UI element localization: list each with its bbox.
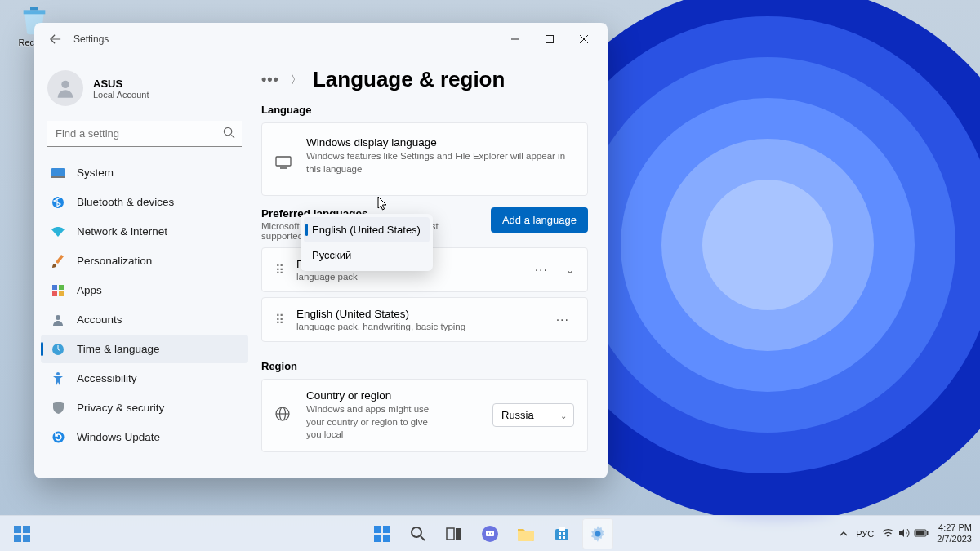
- volume-tray-icon[interactable]: [898, 528, 910, 540]
- language-sub: language pack: [296, 272, 517, 282]
- display-language-title: Windows display language: [306, 136, 574, 149]
- breadcrumb-overflow[interactable]: •••: [261, 71, 279, 88]
- battery-tray-icon[interactable]: [914, 529, 929, 539]
- drag-handle-icon[interactable]: ⠿: [275, 317, 283, 323]
- update-icon: [51, 430, 65, 445]
- nav-label: Personalization: [77, 255, 152, 267]
- sidebar: ASUS Local Account System Bluetooth & de…: [34, 56, 255, 478]
- monitor-icon: [275, 156, 293, 172]
- svg-rect-3: [51, 168, 65, 176]
- svg-rect-24: [383, 535, 390, 542]
- display-language-sub: Windows features like Settings and File …: [306, 150, 574, 176]
- bluetooth-icon: [51, 195, 65, 210]
- svg-rect-20: [23, 535, 30, 542]
- nav-privacy[interactable]: Privacy & security: [41, 393, 248, 422]
- svg-rect-22: [383, 526, 390, 533]
- settings-button[interactable]: [582, 518, 613, 549]
- more-button[interactable]: ···: [551, 313, 574, 327]
- svg-rect-7: [59, 285, 64, 290]
- svg-rect-8: [52, 291, 57, 296]
- chevron-right-icon: 〉: [291, 73, 301, 87]
- page-title: Language & region: [313, 67, 505, 92]
- svg-rect-36: [563, 536, 565, 539]
- dropdown-option-russian[interactable]: Русский: [304, 242, 430, 268]
- svg-rect-17: [14, 526, 21, 533]
- date: 2/7/2023: [937, 534, 972, 544]
- wifi-tray-icon[interactable]: [882, 528, 894, 540]
- breadcrumb: ••• 〉 Language & region: [261, 62, 588, 99]
- nav-accounts[interactable]: Accounts: [41, 305, 248, 334]
- svg-rect-34: [563, 532, 565, 535]
- svg-point-25: [412, 527, 421, 537]
- svg-rect-19: [14, 535, 21, 542]
- search-icon: [223, 127, 235, 142]
- svg-point-30: [488, 532, 489, 534]
- maximize-button[interactable]: [532, 27, 567, 51]
- svg-rect-4: [51, 176, 65, 178]
- svg-rect-39: [927, 531, 929, 535]
- svg-rect-9: [59, 291, 64, 296]
- shield-icon: [51, 401, 65, 415]
- search-input[interactable]: [47, 121, 242, 147]
- close-button[interactable]: [567, 27, 601, 51]
- svg-point-1: [61, 81, 69, 88]
- more-button[interactable]: ···: [530, 263, 553, 278]
- back-button[interactable]: [44, 28, 67, 51]
- account-block[interactable]: ASUS Local Account: [41, 65, 248, 116]
- nav-label: Time & language: [77, 343, 160, 355]
- display-language-dropdown: English (United States) Русский: [301, 214, 433, 271]
- store-button[interactable]: [546, 518, 577, 549]
- chevron-down-icon[interactable]: ⌄: [566, 264, 574, 276]
- nav-personalization[interactable]: Personalization: [41, 247, 248, 275]
- ime-indicator[interactable]: РУС: [856, 529, 874, 539]
- svg-rect-40: [916, 531, 925, 535]
- add-language-button[interactable]: Add a language: [491, 207, 588, 233]
- nav-network[interactable]: Network & internet: [41, 217, 248, 246]
- taskbar: РУС 4:27 PM 2/7/2023: [0, 515, 980, 551]
- nav-update[interactable]: Windows Update: [41, 423, 248, 451]
- account-type: Local Account: [93, 90, 149, 100]
- titlebar: Settings: [34, 23, 608, 56]
- account-name: ASUS: [93, 78, 149, 90]
- avatar-icon: [47, 70, 83, 106]
- dropdown-option-english[interactable]: English (United States): [304, 217, 430, 242]
- svg-rect-23: [374, 535, 381, 542]
- nav-label: Windows Update: [77, 431, 160, 443]
- svg-rect-27: [456, 528, 461, 540]
- tray-overflow[interactable]: [840, 529, 848, 539]
- nav-apps[interactable]: Apps: [41, 276, 248, 304]
- display-language-card[interactable]: Windows display language Windows feature…: [261, 122, 588, 196]
- search-box[interactable]: [47, 121, 242, 147]
- accessibility-icon: [51, 371, 65, 386]
- nav-system[interactable]: System: [41, 158, 248, 187]
- start-button[interactable]: [367, 518, 398, 549]
- nav-label: Privacy & security: [77, 402, 164, 414]
- chat-button[interactable]: [474, 518, 506, 549]
- window-title: Settings: [74, 33, 109, 45]
- settings-window: Settings ASUS Local Account: [34, 23, 608, 478]
- svg-rect-21: [374, 526, 381, 533]
- svg-rect-32: [555, 529, 568, 540]
- nav-time-language[interactable]: Time & language: [41, 335, 248, 363]
- nav-accessibility[interactable]: Accessibility: [41, 364, 248, 393]
- clock[interactable]: 4:27 PM 2/7/2023: [937, 522, 972, 544]
- nav-list: System Bluetooth & devices Network & int…: [41, 158, 248, 451]
- svg-point-12: [56, 372, 60, 375]
- chevron-down-icon: ⌄: [560, 411, 567, 420]
- nav-bluetooth[interactable]: Bluetooth & devices: [41, 188, 248, 216]
- minimize-button[interactable]: [498, 27, 532, 51]
- explorer-button[interactable]: [510, 518, 541, 549]
- section-region: Region: [261, 360, 588, 372]
- country-region-card[interactable]: Country or region Windows and apps might…: [261, 379, 588, 452]
- nav-label: Bluetooth & devices: [77, 196, 174, 208]
- drag-handle-icon[interactable]: ⠿: [275, 267, 283, 273]
- widgets-button[interactable]: [7, 518, 38, 549]
- svg-rect-6: [52, 285, 57, 290]
- language-item-english[interactable]: ⠿ English (United States) language pack,…: [261, 297, 588, 342]
- svg-rect-33: [559, 532, 561, 535]
- task-view-button[interactable]: [439, 518, 470, 549]
- search-button[interactable]: [403, 518, 434, 549]
- nav-label: Accessibility: [77, 372, 137, 384]
- nav-label: Network & internet: [77, 225, 167, 238]
- region-select[interactable]: Russia ⌄: [492, 403, 574, 427]
